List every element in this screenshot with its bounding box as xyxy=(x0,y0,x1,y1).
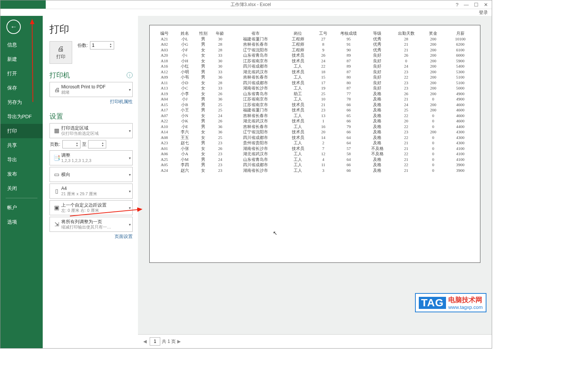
orientation-icon: ▭ xyxy=(52,171,61,178)
collate-main: 调整 xyxy=(61,153,125,158)
copies-label: 份数: xyxy=(77,42,88,49)
login-link[interactable]: 登录 xyxy=(479,9,488,16)
printer-name: Microsoft Print to PDF xyxy=(61,84,125,90)
collate-sub: 1,2,3 1,2,3 1,2,3 xyxy=(61,158,125,163)
table-row: A09小韦男36吉林省长春市工人1580良好222005100 xyxy=(154,74,475,80)
collate-selector[interactable]: 📑 调整 1,2,3 1,2,3 1,2,3 ▾ xyxy=(50,150,133,165)
sidebar-item-5[interactable]: 导出为PDF xyxy=(0,110,43,124)
help-button[interactable]: ? xyxy=(456,2,458,8)
table-row: A04小J男36江苏省南京市工人1078及格2104900 xyxy=(154,96,475,102)
page-title: 打印 xyxy=(50,23,133,36)
close-button[interactable]: ✕ xyxy=(484,2,488,8)
table-row: A20小i女33山东省青岛市技术员2689良好262006000 xyxy=(154,52,475,58)
settings-section-title: 设置 xyxy=(50,112,63,121)
printer-icon: 🖨 xyxy=(57,45,64,53)
print-button[interactable]: 🖨 打印 xyxy=(50,41,72,64)
paper-main: A4 xyxy=(61,186,125,191)
table-row: A19小李女26山东省青岛市助工2577及格262004900 xyxy=(154,91,475,97)
grid-icon: ▦ xyxy=(52,127,61,134)
window-title: 工作簿3.xlsx - Excel xyxy=(46,2,456,8)
title-bar: 工作簿3.xlsx - Excel ? — ☐ ✕ xyxy=(0,0,492,9)
print-area-sub: 仅打印当前选定区域 xyxy=(61,131,125,136)
table-header: 考核成绩 xyxy=(333,31,364,36)
sidebar-item-2[interactable]: 打开 xyxy=(0,66,43,81)
orientation-selector[interactable]: ▭ 横向 ▾ xyxy=(50,167,133,182)
sidebar-item-9[interactable]: 发布 xyxy=(0,167,43,181)
page-setup-link[interactable]: 页面设置 xyxy=(115,234,133,239)
printer-info-icon[interactable]: i xyxy=(127,72,133,78)
printer-selector[interactable]: 🖨 Microsoft Print to PDF 就绪 ▾ xyxy=(50,82,133,97)
collate-icon: 📑 xyxy=(52,154,61,161)
minimize-button[interactable]: — xyxy=(464,2,469,8)
table-row: A10小E男36吉林省长春市工人1679及格2204400 xyxy=(154,124,475,130)
table-row: A05李四男23四川省成都市工人1166及格2203900 xyxy=(154,162,475,168)
table-header: 省市 xyxy=(229,31,283,36)
printer-section-title: 打印机 xyxy=(50,71,70,80)
orientation-label: 横向 xyxy=(61,172,125,177)
page-number-input[interactable] xyxy=(150,337,160,346)
margins-main: 上一个自定义边距设置 xyxy=(61,202,125,208)
table-row: A18小H女30江苏省南京市技术员2487良好02005900 xyxy=(154,58,475,64)
chevron-down-icon: ▾ xyxy=(129,222,131,227)
next-page-button[interactable]: ▶ xyxy=(176,339,182,344)
margins-sub: 左: 0 厘米 右: 0 厘米 xyxy=(61,208,125,213)
table-row: A12小明男33湖北省武汉市技术员1887良好232005300 xyxy=(154,69,475,75)
table-header: 性别 xyxy=(195,31,212,36)
preview-page: 编号姓名性别年龄省市岗位工号考核成绩等级出勤天数奖金月薪A21小L男30福建省厦… xyxy=(149,25,480,263)
copies-spinner[interactable]: ▲▼ xyxy=(109,42,114,49)
maximize-button[interactable]: ☐ xyxy=(474,2,479,8)
data-table: 编号姓名性别年龄省市岗位工号考核成绩等级出勤天数奖金月薪A21小L男30福建省厦… xyxy=(154,31,475,173)
table-header: 岗位 xyxy=(283,31,313,36)
watermark-badge: TAG 电脑技术网 www.tagxp.com xyxy=(415,293,486,312)
sidebar-item-4[interactable]: 另存为 xyxy=(0,95,43,110)
table-row: A25小M男24山东省青岛市工人464及格2104100 xyxy=(154,157,475,162)
sidebar-item-1[interactable]: 新建 xyxy=(0,52,43,66)
back-arrow-icon: ← xyxy=(10,23,17,31)
sidebar-item-6[interactable]: 打印 xyxy=(0,124,43,138)
chevron-down-icon: ▾ xyxy=(129,206,131,210)
chevron-down-icon: ▾ xyxy=(129,88,131,92)
table-header: 等级 xyxy=(364,31,391,36)
back-button[interactable]: ← xyxy=(6,20,21,34)
sidebar-item-10[interactable]: 关闭 xyxy=(0,181,43,196)
sidebar-bottom-item-0[interactable]: 帐户 xyxy=(0,201,43,215)
page-range-row: 页数: ▲▼ 至 ▲▼ xyxy=(50,140,133,149)
pages-to-label: 至 xyxy=(82,141,87,148)
table-row: A11小D女28四川省成都市技术员1780良好232005100 xyxy=(154,80,475,86)
chevron-down-icon: ▾ xyxy=(129,173,131,177)
sidebar-item-3[interactable]: 保存 xyxy=(0,81,43,95)
sidebar-item-0[interactable]: 信息 xyxy=(0,38,43,52)
table-header: 奖金 xyxy=(421,31,445,36)
sidebar-bottom-item-1[interactable]: 选项 xyxy=(0,215,43,229)
table-header: 出勤天数 xyxy=(391,31,421,36)
pages-label: 页数: xyxy=(50,141,60,148)
table-row: A14李六女36辽宁省沈阳市技术员2066及格232004300 xyxy=(154,129,475,135)
sidebar-item-7[interactable]: 共享 xyxy=(0,138,43,153)
print-area-selector[interactable]: ▦ 打印选定区域 仅打印当前选定区域 ▾ xyxy=(50,123,133,138)
margins-selector[interactable]: ▣ 上一个自定义边距设置 左: 0 厘米 右: 0 厘米 ▾ xyxy=(50,200,133,215)
printer-status: 就绪 xyxy=(61,90,125,95)
table-row: A23赵七男23贵州省贵阳市工人264及格2104300 xyxy=(154,140,475,146)
table-header: 月薪 xyxy=(445,31,475,36)
paper-size-selector[interactable]: ▯ A4 21 厘米 x 29.7 厘米 ▾ xyxy=(50,184,133,199)
chevron-down-icon: ▾ xyxy=(129,189,131,193)
chevron-down-icon: ▾ xyxy=(129,156,131,160)
scaling-icon: ⇲ xyxy=(52,221,61,228)
backstage-sidebar: ← 信息新建打开保存另存为导出为PDF打印共享导出发布关闭 帐户选项 xyxy=(0,16,43,348)
table-row: A22小K男26湖北省武汉市技术员166及格2004600 xyxy=(154,118,475,124)
scaling-main: 将所有列调整为一页 xyxy=(61,219,125,224)
scaling-selector[interactable]: ⇲ 将所有列调整为一页 缩减打印输出使其只有一… ▾ xyxy=(50,217,133,232)
sidebar-item-8[interactable]: 导出 xyxy=(0,153,43,167)
chevron-down-icon: ▾ xyxy=(129,129,131,133)
app-window: 工作簿3.xlsx - Excel ? — ☐ ✕ 登录 ← 信息新建打开保存另… xyxy=(0,0,492,349)
preview-nav-bar: ◀ 共 1 页 ▶ xyxy=(138,334,492,348)
sidebar-separator xyxy=(6,198,37,198)
table-row: A24赵六女23湖南省长沙市工人366及格2103900 xyxy=(154,168,475,173)
table-row: A16小红男30四川省成都市工人2289良好242005400 xyxy=(154,63,475,69)
printer-properties-link[interactable]: 打印机属性 xyxy=(110,99,133,104)
prev-page-button[interactable]: ◀ xyxy=(142,339,148,344)
print-preview-pane: 编号姓名性别年龄省市岗位工号考核成绩等级出勤天数奖金月薪A21小L男30福建省厦… xyxy=(138,16,492,348)
table-row: A01小张女26湖南省长沙市技术员757不及格2104100 xyxy=(154,146,475,151)
table-header: 姓名 xyxy=(175,31,195,36)
scaling-sub: 缩减打印输出使其只有一… xyxy=(61,224,125,230)
